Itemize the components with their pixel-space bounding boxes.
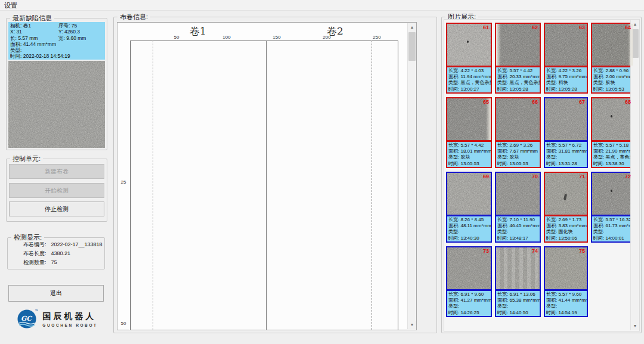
defect-type-row: 类型: (448, 303, 490, 309)
defect-size-row: 长宽: 4.22 * 4.03 (448, 68, 490, 74)
defect-info-text: 长宽: 4.22 * 4.03 面积: 11.94 mm*mm 类型: 黑点，黄… (446, 67, 492, 94)
roll-id-value: 2022-02-17__133818 (51, 240, 103, 249)
x-axis-tick: 200 (323, 35, 330, 40)
defect-cell[interactable]: 75 长宽: 5.57 * 9.60 面积: 41.44 mm*mm 类型: 时… (544, 246, 588, 317)
defect-area-row: 面积: 41.44 mm*mm (546, 297, 586, 303)
defect-thumbnail: 68 (591, 97, 634, 141)
roll-map-scrollbar[interactable]: ▲ ▼ (407, 23, 416, 329)
defect-info-row: 相机: 卷1序号: 75 (10, 23, 103, 29)
defect-area-row: 面积: 46.45 mm*mm (497, 223, 538, 229)
defect-area-row: 面积: 61.73 mm*mm (593, 223, 631, 229)
roll-length-row: 布卷长度: 4380.21 (8, 249, 104, 258)
roll1-edge-guide (153, 41, 153, 330)
defect-info-field: Y: 4260.3 (58, 29, 103, 35)
start-detection-button: 开始检测 (9, 183, 104, 198)
app-window: 设置 最新缺陷信息 相机: 卷1序号: 75X: 31Y: 4260.3长: 5… (0, 0, 644, 344)
defect-type-row: 类型: 黑点，黄色杂质 (497, 80, 538, 86)
defect-time-row: 时间: 13:00:27 (448, 86, 490, 92)
defect-size-row: 长宽: 2.88 * 0.96 (593, 68, 631, 74)
defect-thumbnail: 64 (591, 23, 634, 67)
defect-cell[interactable]: 70 长宽: 7.10 * 11.90 面积: 46.45 mm*mm 类型: … (495, 172, 541, 243)
defect-info-row: 面积: 41.44 mm*mm (10, 41, 103, 47)
defect-cell[interactable]: 65 长宽: 5.57 * 4.42 面积: 18.01 mm*mm 类型: 胶… (446, 97, 492, 168)
scrollbar-thumb[interactable] (408, 32, 416, 61)
latest-defect-title: 最新缺陷信息 (10, 14, 54, 23)
defect-type-row: 类型: 胶块 (497, 154, 538, 160)
stop-detection-button[interactable]: 停止检测 (9, 202, 104, 216)
defect-id-label: 63 (579, 24, 585, 30)
defect-thumbnail: 67 (544, 97, 588, 141)
defect-type-row: 类型: 料块 (546, 80, 586, 86)
defect-type-row: 类型: 胶块 (448, 154, 490, 160)
defect-info-field: 宽: 9.60 mm (58, 35, 103, 41)
defect-thumbnail: 73 (446, 246, 492, 290)
defect-area-row: 面积: 31.81 mm*mm (546, 148, 586, 154)
image-list-scrollbar[interactable]: ▲ ▼ (630, 20, 639, 330)
defect-image-list: 61 长宽: 4.22 * 4.03 面积: 11.94 mm*mm 类型: 黑… (444, 19, 640, 331)
defect-size-row: 长宽: 5.57 * 4.42 (497, 68, 538, 74)
defect-cell[interactable]: 63 长宽: 4.22 * 3.26 面积: 9.75 mm*mm 类型: 料块… (544, 23, 588, 94)
roll2-title: 卷2 (290, 24, 380, 38)
defect-size-row: 长宽: 7.10 * 11.90 (497, 217, 538, 223)
y-axis-tick: 25 (119, 179, 128, 185)
defect-cell[interactable]: 62 长宽: 5.57 * 4.42 面积: 20.33 mm*mm 类型: 黑… (495, 23, 541, 94)
defect-info-text: 长宽: 5.57 * 16.32 面积: 61.73 mm*mm 类型: 时间:… (591, 216, 634, 243)
defect-size-row: 长宽: 2.69 * 1.73 (546, 217, 586, 223)
defect-cell[interactable]: 61 长宽: 4.22 * 4.03 面积: 11.94 mm*mm 类型: 黑… (446, 23, 492, 94)
scroll-up-icon[interactable]: ▲ (408, 23, 416, 32)
defect-type-row: 类型: 固化块 (546, 229, 586, 235)
defect-size-row: 长宽: 5.57 * 4.42 (448, 142, 490, 148)
defect-thumbnail: 75 (544, 246, 588, 290)
roll-length-label: 布卷长度: (23, 249, 47, 258)
roll-map-plot-area (130, 41, 398, 330)
defect-cell[interactable]: 71 长宽: 2.69 * 1.73 面积: 3.83 mm*mm 类型: 固化… (544, 172, 588, 243)
defect-time-row: 时间: 13:05:28 (497, 86, 538, 92)
x-axis-tick: 150 (273, 35, 280, 40)
detection-count-value: 75 (51, 258, 57, 267)
defect-preview-image[interactable] (8, 61, 105, 148)
defect-id-label: 73 (483, 248, 489, 254)
logo-name-cn: 国辰机器人 (42, 311, 97, 322)
defect-cell[interactable]: 72 长宽: 5.57 * 16.32 面积: 61.73 mm*mm 类型: … (591, 172, 634, 243)
defect-info-text: 长宽: 5.57 * 4.42 面积: 20.33 mm*mm 类型: 黑点，黄… (495, 67, 541, 94)
defect-size-row: 长宽: 8.26 * 8.45 (448, 217, 490, 223)
defect-type-row: 类型: (497, 229, 538, 235)
defect-id-label: 65 (483, 99, 489, 105)
defect-info-text: 长宽: 2.69 * 3.26 面积: 7.67 mm*mm 类型: 胶块 时间… (495, 141, 541, 168)
defect-info-row: 长: 5.57 mm宽: 9.60 mm (10, 35, 103, 41)
defect-cell[interactable]: 69 长宽: 8.26 * 8.45 面积: 48.11 mm*mm 类型: 时… (446, 172, 492, 243)
defect-id-label: 69 (483, 173, 489, 179)
svg-text:™: ™ (35, 309, 38, 312)
defect-time-row: 时间: 13:50:06 (546, 235, 586, 241)
detection-count-label: 检测数量: (23, 258, 47, 267)
roll2-edge-guide (371, 41, 372, 330)
defect-cell[interactable]: 73 长宽: 6.91 * 9.60 面积: 41.27 mm*mm 类型: 时… (446, 246, 492, 317)
defect-cell[interactable]: 67 长宽: 5.57 * 6.72 面积: 31.81 mm*mm 类型: 时… (544, 97, 588, 168)
defect-info-text: 长宽: 5.57 * 9.60 面积: 41.44 mm*mm 类型: 时间: … (544, 290, 588, 317)
exit-button[interactable]: 退出 (8, 285, 104, 302)
defect-info-field: 面积: 41.44 mm*mm (10, 41, 56, 47)
defect-info-field: 长: 5.57 mm (10, 35, 58, 41)
scroll-down-icon[interactable]: ▼ (631, 322, 639, 330)
defect-cell[interactable]: 74 长宽: 6.91 * 13.06 面积: 65.38 mm*mm 类型: … (495, 246, 541, 317)
defect-thumbnail: 71 (544, 172, 588, 216)
scroll-down-icon[interactable]: ▼ (408, 321, 416, 329)
logo-badge-icon: GC ™ (17, 308, 38, 330)
defect-time-row: 时间: 13:38:30 (593, 161, 631, 167)
defect-info-text: 长宽: 6.91 * 9.60 面积: 41.27 mm*mm 类型: 时间: … (446, 290, 492, 317)
control-unit-title: 控制单元: (10, 154, 43, 163)
defect-thumbnail: 65 (446, 97, 492, 141)
x-axis-tick: 250 (373, 35, 380, 40)
roll-map-chart[interactable]: 卷1 卷2 50100150200250 2550 ▲ ▼ (117, 22, 417, 330)
defect-info-text: 长宽: 2.88 * 0.96 面积: 2.06 mm*mm 类型: 胶块 时间… (591, 67, 634, 94)
defect-type-row: 类型: (593, 229, 631, 235)
defect-thumbnail: 66 (495, 97, 541, 141)
defect-id-label: 72 (625, 173, 631, 179)
menu-item-settings[interactable]: 设置 (0, 0, 21, 11)
defect-cell[interactable]: 68 长宽: 5.57 * 5.18 面积: 21.90 mm*mm 类型: 黑… (591, 97, 634, 168)
detection-display-groupbox: 检测显示: 布卷编号: 2022-02-17__133818 布卷长度: 438… (7, 237, 105, 269)
defect-cell[interactable]: 64 长宽: 2.88 * 0.96 面积: 2.06 mm*mm 类型: 胶块… (591, 23, 634, 94)
defect-size-row: 长宽: 4.22 * 3.26 (546, 68, 586, 74)
defect-cell[interactable]: 66 长宽: 2.69 * 3.26 面积: 7.67 mm*mm 类型: 胶块… (495, 97, 541, 168)
x-axis-tick: 100 (222, 35, 230, 40)
